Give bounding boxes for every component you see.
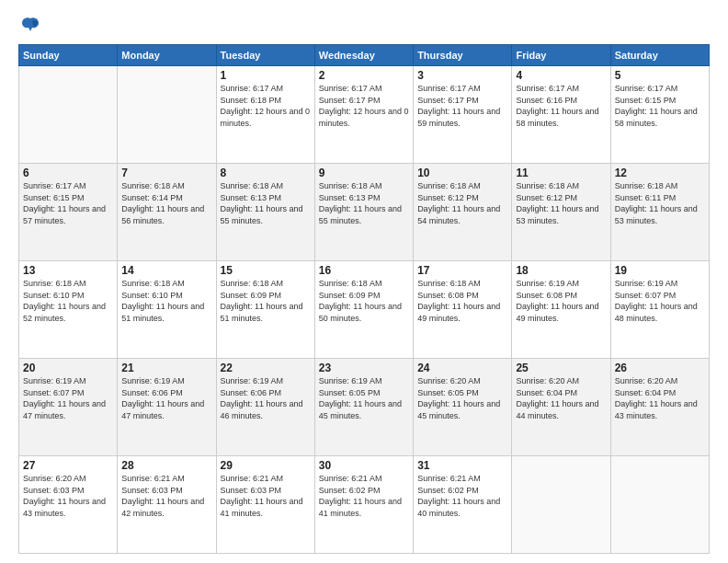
day-number: 3 bbox=[417, 69, 507, 82]
sunrise-text: Sunrise: 6:17 AM bbox=[417, 84, 481, 93]
day-info: Sunrise: 6:17 AMSunset: 6:17 PMDaylight:… bbox=[319, 83, 409, 129]
sunrise-text: Sunrise: 6:17 AM bbox=[319, 84, 382, 93]
sunrise-text: Sunrise: 6:19 AM bbox=[221, 376, 284, 385]
sunrise-text: Sunrise: 6:19 AM bbox=[319, 376, 382, 385]
sunset-text: Sunset: 6:03 PM bbox=[221, 486, 282, 495]
sunrise-text: Sunrise: 6:18 AM bbox=[417, 181, 481, 190]
day-info: Sunrise: 6:18 AMSunset: 6:13 PMDaylight:… bbox=[221, 180, 311, 226]
calendar-week-row: 6Sunrise: 6:17 AMSunset: 6:15 PMDaylight… bbox=[19, 164, 710, 261]
day-number: 5 bbox=[615, 69, 705, 82]
sunset-text: Sunset: 6:08 PM bbox=[516, 291, 577, 300]
sunset-text: Sunset: 6:15 PM bbox=[23, 193, 85, 202]
day-number: 15 bbox=[221, 264, 311, 277]
daylight-text: Daylight: 11 hours and 45 minutes. bbox=[417, 399, 500, 420]
daylight-text: Daylight: 11 hours and 49 minutes. bbox=[417, 302, 500, 323]
sunset-text: Sunset: 6:12 PM bbox=[417, 193, 479, 202]
day-info: Sunrise: 6:21 AMSunset: 6:02 PMDaylight:… bbox=[417, 473, 507, 519]
day-number: 19 bbox=[615, 264, 705, 277]
day-info: Sunrise: 6:18 AMSunset: 6:12 PMDaylight:… bbox=[417, 180, 507, 226]
sunrise-text: Sunrise: 6:18 AM bbox=[319, 279, 382, 288]
sunset-text: Sunset: 6:07 PM bbox=[615, 291, 677, 300]
sunrise-text: Sunrise: 6:21 AM bbox=[221, 474, 284, 483]
day-info: Sunrise: 6:18 AMSunset: 6:09 PMDaylight:… bbox=[319, 278, 409, 324]
table-row bbox=[118, 66, 216, 164]
sunset-text: Sunset: 6:18 PM bbox=[221, 96, 282, 105]
daylight-text: Daylight: 11 hours and 40 minutes. bbox=[417, 497, 500, 518]
daylight-text: Daylight: 12 hours and 0 minutes. bbox=[319, 107, 409, 128]
sunset-text: Sunset: 6:12 PM bbox=[516, 193, 577, 202]
table-row bbox=[19, 66, 118, 164]
day-number: 18 bbox=[516, 264, 606, 277]
sunset-text: Sunset: 6:10 PM bbox=[23, 291, 85, 300]
sunset-text: Sunset: 6:17 PM bbox=[417, 96, 479, 105]
daylight-text: Daylight: 11 hours and 59 minutes. bbox=[417, 107, 500, 128]
calendar-week-row: 13Sunrise: 6:18 AMSunset: 6:10 PMDayligh… bbox=[19, 261, 710, 359]
day-number: 28 bbox=[121, 459, 211, 472]
sunset-text: Sunset: 6:06 PM bbox=[121, 388, 183, 397]
day-number: 16 bbox=[319, 264, 409, 277]
sunset-text: Sunset: 6:03 PM bbox=[23, 486, 85, 495]
sunrise-text: Sunrise: 6:18 AM bbox=[319, 181, 382, 190]
day-number: 14 bbox=[121, 264, 211, 277]
day-info: Sunrise: 6:21 AMSunset: 6:03 PMDaylight:… bbox=[221, 473, 311, 519]
day-info: Sunrise: 6:20 AMSunset: 6:03 PMDaylight:… bbox=[23, 473, 113, 519]
col-saturday: Saturday bbox=[610, 45, 709, 66]
sunrise-text: Sunrise: 6:20 AM bbox=[23, 474, 86, 483]
table-row: 23Sunrise: 6:19 AMSunset: 6:05 PMDayligh… bbox=[314, 359, 413, 456]
day-info: Sunrise: 6:20 AMSunset: 6:05 PMDaylight:… bbox=[417, 375, 507, 421]
daylight-text: Daylight: 11 hours and 50 minutes. bbox=[319, 302, 402, 323]
day-info: Sunrise: 6:18 AMSunset: 6:13 PMDaylight:… bbox=[319, 180, 409, 226]
sunrise-text: Sunrise: 6:18 AM bbox=[221, 279, 284, 288]
day-info: Sunrise: 6:19 AMSunset: 6:06 PMDaylight:… bbox=[121, 375, 211, 421]
table-row: 4Sunrise: 6:17 AMSunset: 6:16 PMDaylight… bbox=[512, 66, 610, 164]
daylight-text: Daylight: 11 hours and 45 minutes. bbox=[319, 399, 402, 420]
day-number: 25 bbox=[516, 362, 606, 374]
daylight-text: Daylight: 11 hours and 44 minutes. bbox=[516, 399, 598, 420]
sunrise-text: Sunrise: 6:18 AM bbox=[417, 279, 481, 288]
sunrise-text: Sunrise: 6:18 AM bbox=[23, 279, 86, 288]
day-info: Sunrise: 6:18 AMSunset: 6:10 PMDaylight:… bbox=[23, 278, 113, 324]
day-number: 20 bbox=[23, 362, 113, 374]
day-info: Sunrise: 6:17 AMSunset: 6:18 PMDaylight:… bbox=[221, 83, 311, 129]
sunrise-text: Sunrise: 6:19 AM bbox=[516, 279, 579, 288]
day-number: 4 bbox=[516, 69, 606, 82]
daylight-text: Daylight: 11 hours and 54 minutes. bbox=[417, 204, 500, 225]
day-info: Sunrise: 6:18 AMSunset: 6:10 PMDaylight:… bbox=[121, 278, 211, 324]
daylight-text: Daylight: 11 hours and 47 minutes. bbox=[23, 399, 106, 420]
day-info: Sunrise: 6:18 AMSunset: 6:12 PMDaylight:… bbox=[516, 180, 606, 226]
col-thursday: Thursday bbox=[414, 45, 512, 66]
table-row: 6Sunrise: 6:17 AMSunset: 6:15 PMDaylight… bbox=[19, 164, 118, 261]
daylight-text: Daylight: 12 hours and 0 minutes. bbox=[221, 107, 311, 128]
day-number: 24 bbox=[417, 362, 507, 374]
daylight-text: Daylight: 11 hours and 53 minutes. bbox=[516, 204, 598, 225]
calendar-week-row: 27Sunrise: 6:20 AMSunset: 6:03 PMDayligh… bbox=[19, 456, 710, 554]
table-row: 18Sunrise: 6:19 AMSunset: 6:08 PMDayligh… bbox=[512, 261, 610, 359]
sunrise-text: Sunrise: 6:18 AM bbox=[121, 181, 185, 190]
daylight-text: Daylight: 11 hours and 49 minutes. bbox=[516, 302, 598, 323]
table-row: 1Sunrise: 6:17 AMSunset: 6:18 PMDaylight… bbox=[216, 66, 314, 164]
daylight-text: Daylight: 11 hours and 41 minutes. bbox=[319, 497, 402, 518]
sunrise-text: Sunrise: 6:20 AM bbox=[615, 376, 678, 385]
daylight-text: Daylight: 11 hours and 47 minutes. bbox=[121, 399, 204, 420]
sunrise-text: Sunrise: 6:17 AM bbox=[221, 84, 284, 93]
day-number: 22 bbox=[221, 362, 311, 374]
daylight-text: Daylight: 11 hours and 58 minutes. bbox=[516, 107, 598, 128]
sunset-text: Sunset: 6:10 PM bbox=[121, 291, 183, 300]
daylight-text: Daylight: 11 hours and 41 minutes. bbox=[221, 497, 303, 518]
table-row: 26Sunrise: 6:20 AMSunset: 6:04 PMDayligh… bbox=[610, 359, 709, 456]
day-number: 29 bbox=[221, 459, 311, 472]
sunrise-text: Sunrise: 6:18 AM bbox=[221, 181, 284, 190]
sunset-text: Sunset: 6:16 PM bbox=[516, 96, 577, 105]
sunset-text: Sunset: 6:02 PM bbox=[417, 486, 479, 495]
sunset-text: Sunset: 6:09 PM bbox=[221, 291, 282, 300]
sunrise-text: Sunrise: 6:21 AM bbox=[417, 474, 481, 483]
table-row: 8Sunrise: 6:18 AMSunset: 6:13 PMDaylight… bbox=[216, 164, 314, 261]
day-number: 17 bbox=[417, 264, 507, 277]
calendar-week-row: 20Sunrise: 6:19 AMSunset: 6:07 PMDayligh… bbox=[19, 359, 710, 456]
day-info: Sunrise: 6:19 AMSunset: 6:05 PMDaylight:… bbox=[319, 375, 409, 421]
day-info: Sunrise: 6:19 AMSunset: 6:07 PMDaylight:… bbox=[23, 375, 113, 421]
sunset-text: Sunset: 6:15 PM bbox=[615, 96, 677, 105]
table-row: 3Sunrise: 6:17 AMSunset: 6:17 PMDaylight… bbox=[414, 66, 512, 164]
day-info: Sunrise: 6:19 AMSunset: 6:08 PMDaylight:… bbox=[516, 278, 606, 324]
day-info: Sunrise: 6:17 AMSunset: 6:15 PMDaylight:… bbox=[615, 83, 705, 129]
